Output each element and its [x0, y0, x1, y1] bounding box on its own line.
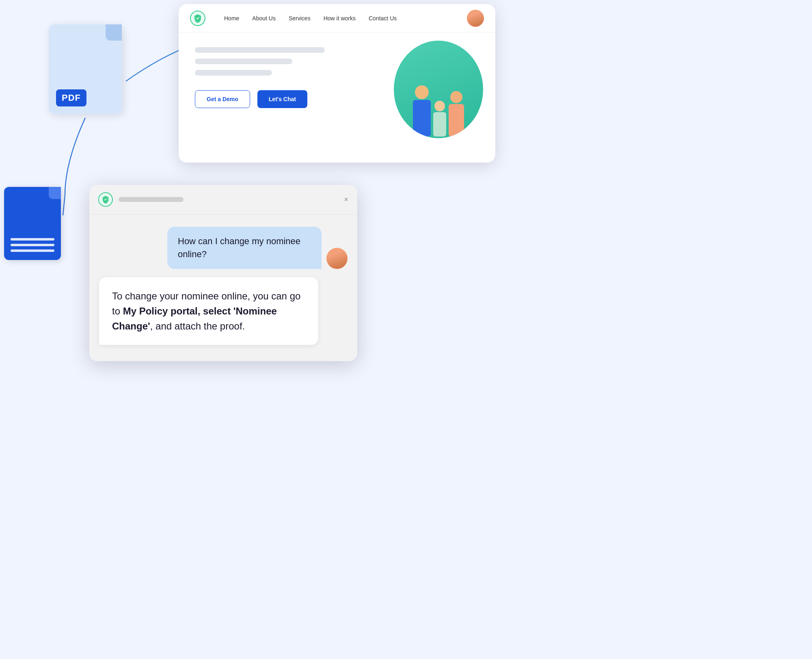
user-avatar-face	[327, 248, 347, 269]
website-card: Home About Us Services How it works Cont…	[179, 4, 495, 163]
family-photo	[394, 41, 483, 138]
skeleton-line-1	[195, 47, 325, 53]
person-head	[450, 91, 462, 103]
website-navbar: Home About Us Services How it works Cont…	[179, 4, 495, 33]
nav-logo	[190, 11, 205, 26]
chat-close-button[interactable]: ×	[344, 195, 348, 204]
chat-logo	[98, 192, 113, 207]
chat-title-bar	[119, 197, 184, 202]
nav-user-avatar[interactable]	[467, 10, 484, 27]
person-body	[433, 112, 446, 137]
blue-document	[4, 187, 61, 260]
nav-how-it-works[interactable]: How it works	[324, 15, 356, 22]
doc-line-1	[11, 238, 54, 241]
nav-about[interactable]: About Us	[252, 15, 276, 22]
doc-line-3	[11, 249, 54, 252]
person-head	[415, 85, 429, 99]
person-body	[413, 100, 431, 137]
nav-links: Home About Us Services How it works Cont…	[224, 15, 452, 22]
pdf-badge: PDF	[56, 89, 86, 106]
bot-message-text: To change your nominee online, you can g…	[112, 288, 305, 334]
person-child	[433, 101, 446, 137]
bot-message-row: To change your nominee online, you can g…	[99, 277, 348, 345]
main-scene: PDF Home About Us Services How i	[0, 0, 812, 659]
user-message-row: How can I change my nominee online?	[99, 227, 348, 269]
chat-header: ×	[89, 185, 357, 215]
chat-shield-icon	[102, 195, 109, 204]
get-demo-button[interactable]: Get a Demo	[195, 90, 250, 108]
user-chat-avatar	[326, 248, 348, 269]
bot-message-bubble: To change your nominee online, you can g…	[99, 277, 318, 345]
nav-home[interactable]: Home	[224, 15, 239, 22]
doc-fold-corner	[106, 24, 122, 41]
lets-chat-button[interactable]: Let's Chat	[257, 90, 307, 108]
doc-line-2	[11, 244, 54, 246]
person-body	[449, 104, 464, 137]
shield-icon	[194, 14, 202, 23]
skeleton-line-2	[195, 59, 292, 64]
blue-doc-paper	[4, 187, 61, 260]
nav-services[interactable]: Services	[289, 15, 311, 22]
person-adult-male	[413, 85, 431, 137]
avatar-face	[467, 10, 484, 26]
pdf-paper: PDF	[49, 24, 122, 114]
pdf-document: PDF	[49, 24, 122, 114]
family-figures	[394, 50, 483, 138]
chat-widget: × How can I change my nominee online? To…	[89, 185, 357, 361]
chat-messages: How can I change my nominee online? To c…	[89, 215, 357, 349]
skeleton-line-3	[195, 70, 272, 76]
person-adult-female	[449, 91, 464, 137]
user-message-bubble: How can I change my nominee online?	[167, 227, 322, 269]
blue-doc-fold	[49, 187, 61, 199]
nav-contact[interactable]: Contact Us	[369, 15, 397, 22]
website-body: Get a Demo Let's Chat	[179, 33, 495, 121]
person-head	[434, 101, 445, 111]
